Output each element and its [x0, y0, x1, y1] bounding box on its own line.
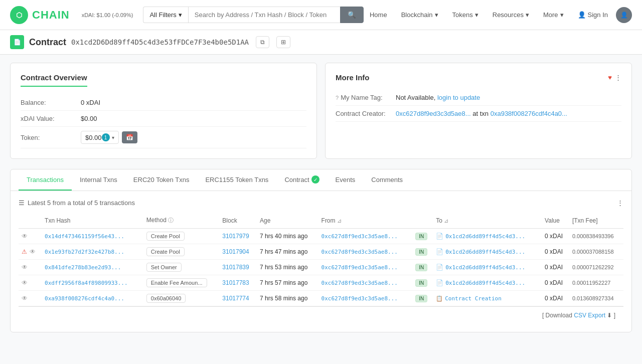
from-address-link[interactable]: 0xc627d8f9ed3c3d5ae8... [322, 280, 398, 286]
nav-home[interactable]: Home [364, 7, 393, 23]
creator-label: Contract Creator: [336, 110, 396, 117]
error-icon: ⚠ [22, 248, 27, 255]
to-address-link[interactable]: 0x1cd2d6dd89ff4d5c4d3... [445, 280, 525, 286]
eye-icon[interactable]: 👁 [22, 264, 28, 271]
method-badge: Create Pool [146, 232, 185, 241]
block-link[interactable]: 31017904 [222, 248, 249, 255]
from-cell: 0xc627d8f9ed3c3d5ae8... [318, 244, 413, 260]
tab-erc20-label: ERC20 Token Txns [133, 176, 190, 184]
csv-export-link[interactable]: CSV Export [574, 312, 605, 319]
block-link[interactable]: 31017783 [222, 279, 249, 286]
table-row: 👁 0x14df473461159f56e43... Create Pool 3… [19, 229, 623, 244]
calendar-button[interactable]: 📅 [122, 131, 137, 143]
table-info-text: Latest 5 from a total of 5 transactions [28, 199, 135, 207]
direction-badge: IN [415, 264, 427, 271]
nav-resources[interactable]: Resources ▾ [487, 7, 535, 23]
txn-hash-link[interactable]: 0x841dfe278b83ee2d93... [45, 264, 121, 271]
to-address-link[interactable]: 0x1cd2d6dd89ff4d5c4d3... [445, 264, 525, 271]
tab-comments[interactable]: Comments [363, 169, 411, 191]
tab-contract[interactable]: Contract ✓ [276, 169, 327, 191]
avatar[interactable]: 👤 [616, 7, 632, 23]
txn-hash-link[interactable]: 0xdff2956f8a4f89809933... [45, 280, 128, 286]
tab-transactions[interactable]: Transactions [19, 169, 72, 191]
download-prefix: [ Download [542, 312, 572, 319]
value-cell: 0 xDAI [542, 291, 569, 306]
eye-icon[interactable]: 👁 [22, 233, 28, 240]
txn-hash-link[interactable]: 0xa938f008276cdf4c4a0... [45, 295, 124, 302]
eye-icon[interactable]: 👁 [22, 279, 28, 286]
row-eye-cell: 👁 [19, 275, 42, 291]
eye-icon[interactable]: 👁 [30, 248, 36, 255]
direction-badge: IN [415, 295, 427, 302]
sign-in-button[interactable]: 👤 Sign In [572, 8, 614, 22]
qr-code-button[interactable]: ⊞ [276, 36, 290, 48]
method-cell: 0x60a06040 [143, 291, 220, 306]
txn-hash-link[interactable]: 0x1e93fb27d2f32e427b8... [45, 249, 124, 255]
fee-text: 0.000071262292 [572, 264, 614, 270]
login-to-update-link[interactable]: login to update [437, 94, 480, 101]
from-filter-icon[interactable]: ⊿ [337, 218, 342, 224]
table-row: 👁 0x841dfe278b83ee2d93... Set Owner 3101… [19, 260, 623, 275]
copy-address-button[interactable]: ⧉ [256, 36, 269, 48]
fee-text: 0.013608927334 [572, 295, 614, 301]
block-cell: 31017904 [219, 244, 257, 260]
creator-address-link[interactable]: 0xc627d8f9ed3c3d5ae8... [396, 110, 471, 117]
search-button[interactable]: 🔍 [340, 7, 364, 23]
col-txn-hash: Txn Hash [42, 213, 143, 229]
txn-hash-link[interactable]: 0x14df473461159f56e43... [45, 233, 124, 240]
eye-icon[interactable]: 👁 [22, 295, 28, 302]
contract-doc-icon: 📄 [436, 264, 443, 271]
tab-events[interactable]: Events [328, 169, 364, 191]
tab-comments-label: Comments [371, 176, 403, 184]
transactions-table: Txn Hash Method ⓘ Block Age From ⊿ To ⊿ … [19, 213, 623, 306]
token-info-badge: 1 [102, 133, 110, 141]
filter-button[interactable]: All Filters ▾ [143, 7, 188, 23]
contract-doc-icon: 📄 [436, 248, 443, 255]
more-info-card: More Info ♥ ⋮ ? My Name Tag: Not Availab… [325, 63, 632, 159]
tab-internal-txns[interactable]: Internal Txns [72, 169, 125, 191]
col-value: Value [542, 213, 569, 229]
method-badge: 0x60a06040 [146, 294, 186, 303]
fee-text: 0.000037088158 [572, 249, 614, 255]
from-address-link[interactable]: 0xc627d8f9ed3c3d5ae8... [322, 264, 398, 271]
value-text: 0 xDAI [545, 233, 563, 240]
age-value: 7 hrs 58 mins ago [260, 295, 307, 302]
to-filter-icon[interactable]: ⊿ [444, 218, 448, 224]
block-link[interactable]: 31017979 [222, 233, 249, 240]
creator-txn-link[interactable]: 0xa938f008276cdf4c4a0... [491, 110, 567, 117]
contract-doc-icon: 📄 [436, 279, 443, 286]
balance-label: Balance: [21, 99, 81, 106]
dropdown-arrow-icon: ▾ [112, 135, 114, 140]
heart-icon[interactable]: ♥ [608, 74, 612, 81]
tab-erc1155[interactable]: ERC1155 Token Txns [197, 169, 276, 191]
txn-hash-cell: 0x14df473461159f56e43... [42, 229, 143, 244]
tab-bar: Transactions Internal Txns ERC20 Token T… [11, 169, 631, 191]
row-eye-cell: 👁 [19, 260, 42, 275]
from-address-link[interactable]: 0xc627d8f9ed3c3d5ae8... [322, 295, 398, 302]
from-address-link[interactable]: 0xc627d8f9ed3c3d5ae8... [322, 233, 398, 240]
block-cell: 31017774 [219, 291, 257, 306]
to-address-link[interactable]: 0x1cd2d6dd89ff4d5c4d3... [445, 249, 525, 255]
to-address-link[interactable]: 0x1cd2d6dd89ff4d5c4d3... [445, 233, 525, 240]
age-value: 7 hrs 53 mins ago [260, 264, 307, 271]
method-info-icon[interactable]: ⓘ [168, 217, 174, 223]
col-direction [412, 213, 433, 229]
table-row: 👁 0xdff2956f8a4f89809933... Enable Fee A… [19, 275, 623, 291]
from-cell: 0xc627d8f9ed3c3d5ae8... [318, 291, 413, 306]
nav-tokens[interactable]: Tokens ▾ [446, 7, 485, 23]
block-link[interactable]: 31017774 [222, 295, 249, 302]
token-dropdown[interactable]: $0.00 1 ▾ [81, 131, 119, 144]
contract-creation-link[interactable]: Contract Creation [445, 295, 502, 302]
tab-erc20[interactable]: ERC20 Token Txns [125, 169, 198, 191]
more-options-icon[interactable]: ⋮ [615, 74, 621, 81]
table-container: ☰ Latest 5 from a total of 5 transaction… [11, 191, 631, 332]
to-address: 📄0x1cd2d6dd89ff4d5c4d3... [436, 279, 539, 286]
from-address-link[interactable]: 0xc627d8f9ed3c3d5ae8... [322, 249, 398, 255]
block-link[interactable]: 31017839 [222, 264, 249, 271]
search-input[interactable] [188, 7, 340, 23]
col-from: From ⊿ [318, 213, 413, 229]
table-more-options-icon[interactable]: ⋮ [617, 199, 623, 207]
nav-blockchain[interactable]: Blockchain ▾ [395, 7, 444, 23]
age-cell: 7 hrs 40 mins ago [257, 229, 318, 244]
nav-more[interactable]: More ▾ [537, 7, 570, 23]
